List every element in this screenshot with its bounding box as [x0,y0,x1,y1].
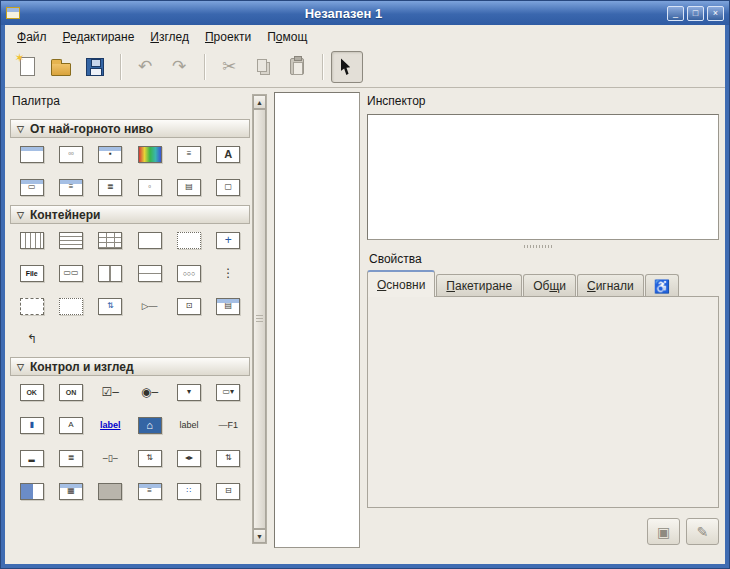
scroll-up-button[interactable]: ▲ [253,95,266,109]
palette-item-vpaned[interactable] [91,263,130,283]
tab-packing[interactable]: Пакетиране [436,274,522,297]
menu-help[interactable]: Помощ [259,28,315,46]
copy-button[interactable] [247,51,279,83]
maximize-button[interactable]: □ [687,6,704,21]
scrollbar-thumb[interactable] [253,109,266,529]
open-button[interactable] [45,51,77,83]
palette-item-font-selection-dialog[interactable]: A [209,144,248,164]
palette-sections: ▽От най-горното ниво▫▫▪≡A▭≡≣▫▤▢▽Контейне… [10,119,250,502]
palette-item-accel-label[interactable]: —F1 [209,415,248,435]
tab-basic[interactable]: Основни [367,270,435,297]
palette-item-hscrollbar[interactable]: ◂▸ [169,448,208,468]
cut-button[interactable]: ✂ [213,51,245,83]
palette-item-menubar[interactable]: File [12,263,51,283]
new-button[interactable] [11,51,43,83]
palette-item-utility-window[interactable]: ▢ [209,177,248,197]
palette-item-expander[interactable]: ▷— [130,296,169,316]
tab-common[interactable]: Общи [523,274,576,297]
palette-item-table[interactable] [91,230,130,250]
close-button[interactable]: × [707,6,724,21]
palette-section-header[interactable]: ▽Контейнери [10,205,250,224]
radio-button-icon: ◉– [138,384,162,401]
palette-item-icon-view[interactable]: ∷ [169,481,208,501]
palette-item-check-button[interactable]: ☑– [91,382,130,402]
palette-item-color-selection-dialog[interactable] [130,144,169,164]
palette-item-vbox[interactable] [51,230,90,250]
palette-item-toggle-button[interactable]: ON [51,382,90,402]
inspector-tree[interactable] [367,114,719,240]
palette-item-toolbar[interactable] [12,296,51,316]
save-button[interactable] [79,51,111,83]
selector-button[interactable] [331,51,363,83]
tab-signals[interactable]: Сигнали [577,274,644,297]
menu-file[interactable]: Файл [9,28,55,46]
undo-button[interactable]: ↶ [129,51,161,83]
palette-item-list[interactable]: ≡ [130,481,169,501]
palette-item-frame[interactable] [130,230,169,250]
palette-item-window[interactable] [12,144,51,164]
palette-item-tree-view[interactable]: ⊟ [209,481,248,501]
palette-grid: OKON☑–◉–▾▭▾▮Alabel⌂label—F1▂≣–▯–⇅◂▸⇅▦≡∷⊟ [10,376,250,502]
palette-item-layout[interactable]: + [209,230,248,250]
palette-item-scrolled-window[interactable]: ⇅ [91,296,130,316]
menu-edit[interactable]: Редактиране [55,28,143,46]
palette-item-hbox[interactable] [12,230,51,250]
scroll-down-button[interactable]: ▼ [253,529,266,543]
palette-item-input-dialog[interactable]: ▭ [12,177,51,197]
minimize-button[interactable]: _ [667,6,684,21]
palette-item-fixed[interactable] [169,230,208,250]
palette-section-header[interactable]: ▽От най-горното ниво [10,119,250,138]
palette-item-vbuttonbox[interactable]: ⋮ [209,263,248,283]
hscale-icon: –▯– [98,450,122,467]
menu-projects[interactable]: Проекти [197,28,259,46]
palette-item-color-button[interactable]: ⌂ [130,415,169,435]
palette-item-spin-button[interactable]: ⇅ [130,448,169,468]
palette-item-hscale[interactable]: –▯– [91,448,130,468]
menu-view[interactable]: Изглед [142,28,197,46]
titlebar[interactable]: Незапазен 1 _ □ × [1,1,729,25]
palette-item-hbuttonbox[interactable]: ○○○ [169,263,208,283]
tab-accessibility[interactable]: ♿ [645,274,679,297]
palette-item-text-view[interactable]: ≣ [51,448,90,468]
palette-item-combo-box-entry[interactable]: ▭▾ [209,382,248,402]
palette-item-text-entry[interactable]: ▮ [12,415,51,435]
hbox-icon [20,232,44,249]
palette-item-hpaned[interactable] [130,263,169,283]
palette-item-combo-dialog[interactable]: ▤ [169,177,208,197]
palette-item-text-dialog[interactable]: ≣ [91,177,130,197]
edit-button[interactable]: ✎ [686,518,719,545]
info-button[interactable]: ▣ [647,518,680,545]
palette-item-option-menu[interactable]: ▭▭ [51,263,90,283]
paned-handle[interactable] [524,245,554,248]
palette-item-viewport[interactable]: ⊡ [169,296,208,316]
palette-item-progress-bar[interactable] [12,481,51,501]
redo-button[interactable]: ↷ [163,51,195,83]
palette-item-dialog[interactable]: ▫▫ [51,144,90,164]
palette-item-radio-button[interactable]: ◉– [130,382,169,402]
palette-item-label[interactable]: label [169,415,208,435]
utility-window-icon: ▢ [216,179,240,196]
palette-item-alignment[interactable]: ↰ [12,329,51,349]
menubar: Файл Редактиране Изглед Проекти Помощ [5,25,725,46]
about-dialog-icon: ▫ [138,179,162,196]
palette-item-message-dialog[interactable]: ▪ [91,144,130,164]
palette-item-handle-box[interactable] [51,296,90,316]
palette-item-statusbar[interactable]: ▂ [12,448,51,468]
palette-item-combo-box[interactable]: ▾ [169,382,208,402]
palette-item-about-dialog[interactable]: ▫ [130,177,169,197]
palette-item-image[interactable] [91,481,130,501]
palette-scrollbar[interactable]: ▲ ▼ [252,94,267,544]
palette-item-list-dialog[interactable]: ≡ [51,177,90,197]
palette-section-header[interactable]: ▽Контрол и изглед [10,357,250,376]
palette-item-link-button[interactable]: label [91,415,130,435]
palette-item-entry[interactable]: A [51,415,90,435]
toolbar-separator [120,54,122,80]
palette-item-calendar[interactable]: ▦ [51,481,90,501]
palette-item-file-selection[interactable]: ≡ [169,144,208,164]
tree-view-icon: ⊟ [216,483,240,500]
palette-item-vscrollbar[interactable]: ⇅ [209,448,248,468]
design-canvas[interactable] [274,92,360,548]
palette-item-notebook[interactable]: ▤ [209,296,248,316]
paste-button[interactable] [281,51,313,83]
palette-item-button[interactable]: OK [12,382,51,402]
